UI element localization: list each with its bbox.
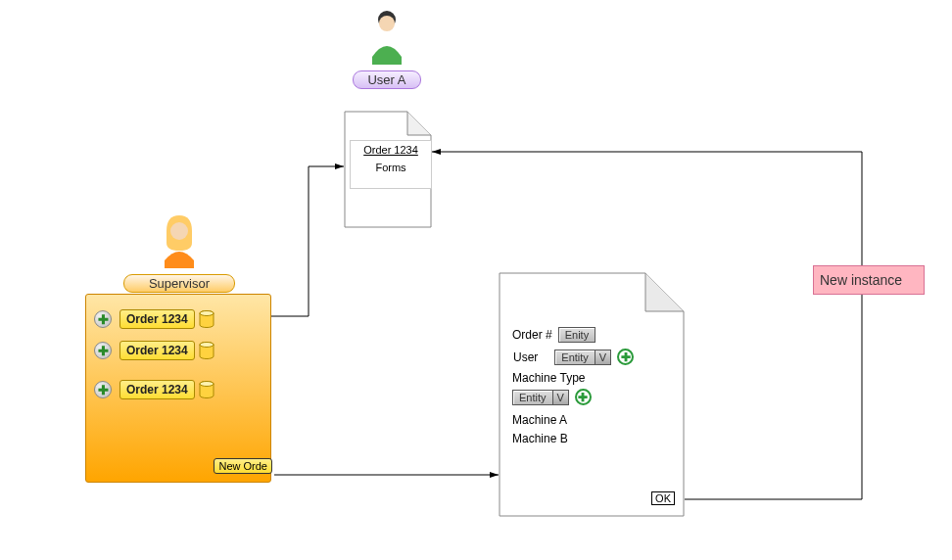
machine-entity-field[interactable]: Entity [512,390,553,405]
user-field-label: User [512,350,548,365]
svg-point-9 [200,382,214,387]
supervisor-panel: ✚ Order 1234 ✚ Order 1234 ✚ Order 1234 [85,294,271,483]
add-order-button[interactable]: ✚ [94,342,112,359]
new-order-button[interactable]: New Orde [214,458,272,474]
database-icon [199,381,214,398]
order-row: ✚ Order 1234 [94,308,261,330]
form-document: Order # Enity User EntityV ✚ Machine Typ… [499,272,685,517]
database-icon [199,310,214,328]
add-machine-button[interactable]: ✚ [575,389,592,405]
form-row-order: Order # Enity [512,327,675,343]
machine-dropdown-toggle[interactable]: V [553,390,569,405]
order-row: ✚ Order 1234 [94,379,261,400]
user-entity-field[interactable]: Entity [554,350,595,365]
order-document: Order 1234 Forms [344,111,432,228]
form-row-machine: EntityV ✚ [512,389,675,405]
order-entity-field[interactable]: Enity [558,327,595,343]
user-a-icon [362,10,411,65]
svg-point-3 [170,222,188,240]
order-number-label: Order # [512,328,552,342]
order-chip[interactable]: Order 1234 [119,341,195,360]
list-item: Machine A [512,411,675,430]
new-instance-box: New instance [813,265,925,295]
machine-type-label: Machine Type [512,371,675,385]
ok-button[interactable]: OK [651,491,675,505]
order-chip[interactable]: Order 1234 [119,380,195,399]
diagram-canvas: User A Supervisor ✚ Order 1234 ✚ Order 1… [0,0,952,560]
supervisor-icon [155,213,204,268]
order-chip[interactable]: Order 1234 [119,309,195,329]
user-dropdown-toggle[interactable]: V [595,350,611,365]
form-body: Order # Enity User EntityV ✚ Machine Typ… [512,327,675,507]
machine-list: Machine A Machine B [512,411,675,448]
svg-point-2 [381,19,393,30]
document-inner: Order 1234 Forms [350,140,432,189]
add-user-button[interactable]: ✚ [617,349,634,365]
svg-point-5 [200,311,214,316]
list-item: Machine B [512,430,675,448]
document-title: Order 1234 [354,144,428,156]
database-icon [199,342,214,359]
svg-point-7 [200,343,214,348]
document-subtitle: Forms [354,162,428,173]
add-order-button[interactable]: ✚ [94,381,112,398]
supervisor-label: Supervisor [123,274,235,293]
form-row-user: User EntityV ✚ [512,349,675,365]
order-row: ✚ Order 1234 [94,340,261,361]
user-a-label: User A [353,70,421,89]
add-order-button[interactable]: ✚ [94,310,112,328]
